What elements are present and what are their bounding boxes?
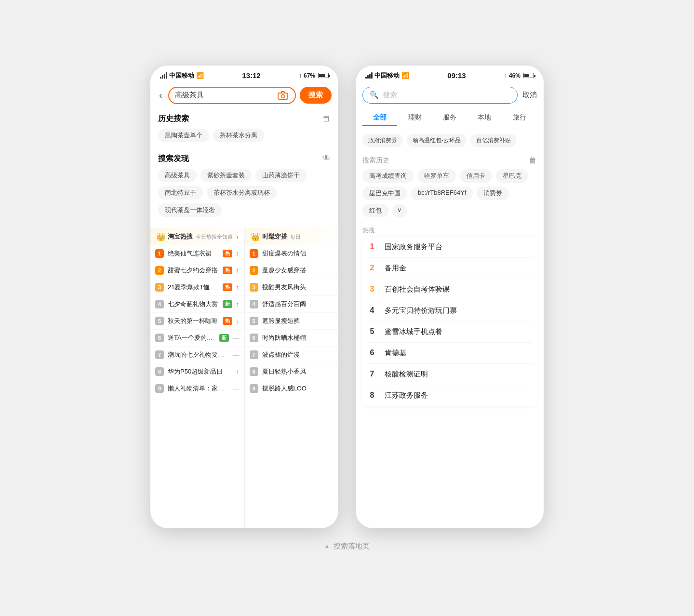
history-tag[interactable]: 星巴克 bbox=[496, 169, 528, 183]
delete-icon-2[interactable]: 🗑 bbox=[529, 156, 537, 165]
hot-list-text: 百创社会自考体验课 bbox=[385, 285, 450, 294]
hot-list-text: 蜜雪冰城手机点餐 bbox=[385, 327, 442, 336]
quick-chip[interactable]: 领高温红包-云环品 bbox=[407, 134, 467, 147]
hot-list-item[interactable]: 1 国家政务服务平台 bbox=[367, 237, 532, 258]
history-tag[interactable]: 星巴克中国 bbox=[362, 187, 407, 200]
hot-rank-num: 6 bbox=[367, 348, 377, 357]
battery-pct-1: 67% bbox=[304, 72, 315, 79]
hot-item-text: 华为P50超级新品日 bbox=[168, 367, 232, 376]
hot-col-2: 👑 时髦穿搭 每日 1 甜度爆表の情侣 2 童趣少女感穿搭 3 搜酷男友风街头 … bbox=[245, 228, 339, 528]
quick-chip[interactable]: 政府消费券 bbox=[362, 134, 403, 147]
hot-item[interactable]: 1 绝美仙气连衣裙 热 ↑ bbox=[150, 245, 244, 262]
search-input-value[interactable]: 高级茶具 bbox=[175, 91, 273, 100]
hot-rank-num: 1 bbox=[367, 242, 377, 251]
hot-item[interactable]: 3 搜酷男友风街头 bbox=[245, 279, 339, 296]
discover-tag-3[interactable]: 南北特豆干 bbox=[158, 186, 203, 200]
delete-icon[interactable]: 🗑 bbox=[322, 114, 331, 123]
phones-container: 中国移动 📶 13:12 ↑ 67% ‹ 高级茶具 bbox=[150, 66, 544, 528]
hot-badge: 热 bbox=[223, 283, 232, 291]
cancel-button-2[interactable]: 取消 bbox=[522, 91, 537, 100]
hot-item[interactable]: 6 时尚防晒水桶帽 bbox=[245, 330, 339, 347]
phone2-header: 🔍 搜索 取消 bbox=[356, 83, 544, 107]
back-button[interactable]: ‹ bbox=[157, 88, 164, 103]
discover-tag-0[interactable]: 高级茶具 bbox=[158, 169, 197, 182]
history-tag[interactable]: 消费券 bbox=[477, 187, 509, 200]
hot-item[interactable]: 4 七夕奇葩礼物大赏 新 ↑ bbox=[150, 296, 244, 313]
hot-item[interactable]: 7 潮玩的七夕礼物要特别 — bbox=[150, 347, 244, 363]
hot-list-item[interactable]: 2 备用金 bbox=[367, 258, 532, 279]
rank-num: 8 bbox=[250, 367, 258, 376]
rank-num: 6 bbox=[155, 334, 164, 342]
crown-icon-1: 👑 bbox=[156, 232, 166, 241]
rank-num: 9 bbox=[250, 384, 258, 393]
quick-chip[interactable]: 百亿消费补贴 bbox=[470, 134, 517, 147]
discover-tag-4[interactable]: 茶杯茶水分离玻璃杯 bbox=[207, 186, 277, 200]
hot-list-text: 备用金 bbox=[385, 264, 406, 273]
rank-num: 7 bbox=[155, 350, 164, 359]
tab-item[interactable]: 本地 bbox=[467, 110, 502, 126]
eye-icon[interactable]: 👁 bbox=[322, 154, 331, 163]
history-tag[interactable]: 信用卡 bbox=[460, 169, 492, 183]
hot-list-item[interactable]: 3 百创社会自考体验课 bbox=[367, 279, 532, 300]
trend-up-icon: ↑ bbox=[236, 300, 240, 308]
history-tag[interactable]: 红包 bbox=[362, 204, 388, 217]
hot-item[interactable]: 9 懒人礼物清单：家具篇 — bbox=[150, 380, 244, 397]
discover-tag-5[interactable]: 现代茶盘一体轻奢 bbox=[158, 203, 222, 217]
hot-item[interactable]: 1 甜度爆表の情侣 bbox=[245, 245, 339, 262]
status-bar-1: 中国移动 📶 13:12 ↑ 67% bbox=[150, 66, 338, 83]
trend-neutral-icon: — bbox=[233, 351, 240, 359]
history-tag[interactable]: 高考成绩查询 bbox=[362, 169, 414, 183]
hot-item[interactable]: 3 21夏季爆款T恤 热 ↑ bbox=[150, 279, 244, 296]
tab-item[interactable]: 服务 bbox=[432, 110, 467, 126]
hot-item[interactable]: 4 舒适感百分百阔 bbox=[245, 296, 339, 313]
discover-tag-1[interactable]: 紫砂茶壶套装 bbox=[200, 169, 252, 182]
rank-num: 3 bbox=[155, 283, 164, 292]
hot-item-text: 绝美仙气连衣裙 bbox=[168, 249, 219, 258]
tab-item[interactable]: 理财 bbox=[397, 110, 432, 126]
hot-item[interactable]: 6 送TA一个爱的抱抱！ 新 — bbox=[150, 330, 244, 347]
hot-item[interactable]: 9 摆脱路人感LOO bbox=[245, 380, 339, 397]
wifi-icon: 📶 bbox=[196, 72, 204, 79]
tab-item[interactable]: 旅行 bbox=[502, 110, 537, 126]
status-right-1: ↑ 67% bbox=[299, 72, 329, 79]
discover-tag-2[interactable]: 山药薄脆饼干 bbox=[255, 169, 307, 182]
hot-list-text: 核酸检测证明 bbox=[385, 370, 428, 379]
camera-icon[interactable] bbox=[277, 91, 289, 100]
new-badge: 新 bbox=[223, 300, 232, 308]
history-tag[interactable]: bc:/rTb8REF64Yf bbox=[411, 187, 473, 200]
hot-col-2-header: 👑 时髦穿搭 每日 bbox=[245, 228, 339, 245]
hot-arrow-1[interactable]: › bbox=[236, 233, 238, 241]
hot-section: 👑 淘宝热搜 今日热搜全知道 › 1 绝美仙气连衣裙 热 ↑ 2 甜蜜七夕约会穿… bbox=[150, 228, 338, 528]
phone-1: 中国移动 📶 13:12 ↑ 67% ‹ 高级茶具 bbox=[150, 66, 338, 528]
rank-num: 1 bbox=[250, 249, 258, 258]
carrier-1: 中国移动 bbox=[169, 71, 194, 80]
hot-list-item[interactable]: 5 蜜雪冰城手机点餐 bbox=[367, 321, 532, 343]
phone1-header: ‹ 高级茶具 搜索 bbox=[150, 83, 338, 108]
history-tag-1[interactable]: 茶杯茶水分离 bbox=[213, 129, 264, 142]
hot-list-item[interactable]: 4 多元宝贝特价游玩门票 bbox=[367, 300, 532, 321]
hot-item[interactable]: 5 遮胯显瘦短裤 bbox=[245, 313, 339, 330]
tabs-row: 全部理财服务本地旅行 bbox=[356, 107, 544, 129]
hot-item[interactable]: 2 童趣少女感穿搭 bbox=[245, 262, 339, 279]
location-icon-2: ↑ bbox=[504, 72, 507, 79]
new-badge: 新 bbox=[219, 334, 229, 342]
search-bar-blue[interactable]: 🔍 搜索 bbox=[362, 87, 518, 104]
hot-col-2-subtitle: 每日 bbox=[290, 233, 301, 241]
hot-item[interactable]: 8 夏日轻熟小香风 bbox=[245, 363, 339, 380]
expand-button[interactable]: ∨ bbox=[392, 204, 407, 217]
hot-item[interactable]: 2 甜蜜七夕约会穿搭 热 ↑ bbox=[150, 262, 244, 279]
hot-list-text: 肯德基 bbox=[385, 348, 406, 358]
hot-item[interactable]: 7 波点裙的烂漫 bbox=[245, 347, 339, 363]
search-button[interactable]: 搜索 bbox=[300, 87, 332, 104]
hot-list-item[interactable]: 8 江苏政务服务 bbox=[367, 385, 532, 406]
hot-list-text: 国家政务服务平台 bbox=[385, 242, 442, 252]
history-tag-0[interactable]: 黑陶茶壶单个 bbox=[158, 129, 209, 142]
search-bar-orange[interactable]: 高级茶具 bbox=[168, 87, 296, 104]
hot-list-item[interactable]: 6 肯德基 bbox=[367, 343, 532, 364]
discover-title-row: 搜索发现 👁 bbox=[158, 154, 331, 164]
hot-item[interactable]: 8 华为P50超级新品日 ↑ bbox=[150, 363, 244, 380]
hot-item[interactable]: 5 秋天的第一杯咖啡 热 ↓ bbox=[150, 313, 244, 330]
tab-item[interactable]: 全部 bbox=[362, 110, 397, 126]
history-tag[interactable]: 哈罗单车 bbox=[417, 169, 456, 183]
hot-list-item[interactable]: 7 核酸检测证明 bbox=[367, 364, 532, 385]
